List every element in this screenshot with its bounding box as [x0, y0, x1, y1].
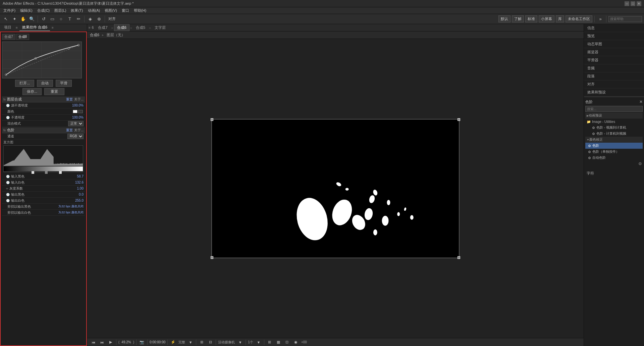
vbb-guide[interactable]: ▦ — [275, 339, 282, 345]
menu-help[interactable]: 帮助(H) — [132, 7, 148, 14]
curves-save-btn[interactable]: 保存... — [22, 88, 42, 95]
channel-select[interactable]: RGB — [67, 134, 84, 139]
crp-folder-image-utilities[interactable]: 📁 Image - Utilities — [585, 119, 643, 125]
crp-item-video-to-computer[interactable]: ⚙ 色阶 - 视频到计算机 — [585, 125, 643, 131]
curves-graph[interactable] — [2, 42, 82, 78]
prop-gamma-value[interactable]: 1.00 — [77, 187, 84, 190]
tool-ellipse[interactable]: ○ — [57, 15, 65, 23]
workspace-unnamed[interactable]: 未命名工作区 — [566, 15, 592, 22]
curves-smooth-btn[interactable]: 平滑 — [56, 80, 72, 87]
vbb-3d-view[interactable]: ◉ — [292, 339, 299, 345]
crp-item-computer-to-video[interactable]: ⚙ 色阶 - 计算机到视频 — [585, 131, 643, 137]
rp-wiggler[interactable]: 摇篮器 — [584, 48, 644, 56]
menu-layer[interactable]: 图层(L) — [52, 7, 68, 14]
color-swatch-dark[interactable] — [78, 110, 83, 113]
toolbar-expand[interactable]: » — [597, 15, 604, 23]
vbb-view-arrow[interactable]: ▼ — [255, 339, 262, 345]
workspace-small[interactable]: 小屏幕 — [539, 15, 554, 22]
vbb-comp-toggle[interactable]: ⊞ — [198, 339, 205, 345]
tool-hand[interactable]: ✋ — [19, 15, 27, 23]
tool-pen[interactable]: ✦ — [11, 15, 18, 23]
vbb-quality-arrow[interactable]: ▼ — [187, 339, 194, 345]
color-swatch-white[interactable] — [73, 110, 77, 113]
vbb-camera-arrow[interactable]: ▼ — [237, 339, 244, 345]
vbb-play-prev[interactable]: ⏮ — [90, 339, 97, 345]
rp-preview[interactable]: 预览 — [584, 32, 644, 40]
vbb-grid[interactable]: ⊞ — [266, 339, 273, 345]
vbb-ram-preview[interactable]: ⚡ — [170, 339, 176, 345]
tab-project[interactable]: 项目 — [1, 24, 14, 31]
effect-levels-link[interactable]: 重置 — [66, 128, 73, 133]
crp-close-btn[interactable]: ✕ — [639, 99, 643, 104]
clock-icon-7[interactable]: 🕐 — [6, 181, 10, 184]
tool-zoom[interactable]: 🔍 — [28, 15, 36, 23]
rp-paragraph[interactable]: 段落 — [584, 72, 644, 80]
tool-rect[interactable]: ▭ — [49, 15, 56, 23]
vbb-snapshot[interactable]: 📷 — [139, 339, 145, 345]
blend-mode-select[interactable]: 正常 — [68, 121, 84, 126]
clock-icon-10[interactable]: 🕐 — [6, 199, 10, 202]
prop-opacity-value[interactable]: 100.0% — [72, 116, 84, 119]
menu-edit[interactable]: 编辑(E) — [18, 7, 35, 14]
prop-clip-white-value[interactable]: 为32 bpc 颜色关闭 — [58, 210, 84, 215]
curves-reset-btn[interactable]: 重置 — [44, 88, 64, 95]
comp-nav-tab-5[interactable]: 合成5 — [133, 24, 148, 31]
prop-output-black-value[interactable]: 0.0 — [79, 193, 84, 196]
tool-pen2[interactable]: ✏ — [75, 15, 82, 23]
comp-nav-tab-6[interactable]: 合成6 — [114, 24, 129, 31]
crp-settings-icon[interactable]: ⚙ — [638, 161, 642, 166]
effect-layer-blend-header[interactable]: fx 图层合成 重置 关于... — [2, 96, 85, 102]
prop-output-white-value[interactable]: 255.0 — [75, 199, 84, 202]
clock-icon-1[interactable]: 🕐 — [6, 104, 10, 107]
tool-select[interactable]: ↖ — [2, 15, 9, 23]
workspace-lib[interactable]: 库 — [556, 15, 564, 22]
comp-nav-tab-text[interactable]: 文字层 — [152, 24, 169, 31]
crp-item-levels[interactable]: ⚙ 色阶 — [585, 143, 643, 149]
prop-input-white-value[interactable]: 132.6 — [75, 181, 84, 184]
crp-item-levels-individual[interactable]: ⚙ 色阶（单独按件） — [585, 149, 643, 155]
histogram-white-handle[interactable] — [59, 171, 62, 174]
menu-effect[interactable]: 效果(T) — [69, 7, 85, 14]
comp-nav-tab-7[interactable]: 合成7 — [95, 24, 110, 31]
close-button[interactable]: ✕ — [637, 1, 641, 6]
effect-levels-header[interactable]: fx 色阶 重置 关于... — [2, 127, 85, 133]
vbb-safe-margins[interactable]: ⊡ — [284, 339, 290, 345]
vbb-play-next[interactable]: ⏭ — [99, 339, 105, 345]
clock-icon-8[interactable]: ∞ — [6, 187, 8, 190]
clock-icon-9[interactable]: 🕐 — [6, 193, 10, 196]
menu-comp[interactable]: 合成(C) — [35, 7, 52, 14]
crp-color-correct-header[interactable]: ▼ 颜色校正 — [585, 137, 643, 143]
rp-motion-sketch[interactable]: 动态草图 — [584, 40, 644, 48]
workspace-learn[interactable]: 了解 — [512, 15, 524, 22]
tab-effect-controls[interactable]: 效果控件 合成6 — [19, 24, 50, 31]
minimize-button[interactable]: ─ — [625, 1, 629, 6]
rp-audio[interactable]: 音频 — [584, 64, 644, 72]
effect-levels-close[interactable]: 关于... — [74, 128, 84, 133]
crp-search-input[interactable] — [585, 106, 643, 112]
curves-open-btn[interactable]: 打开... — [15, 80, 34, 87]
rp-effects-presets[interactable]: 效果和预设 — [584, 88, 644, 96]
menu-view[interactable]: 视图(V) — [103, 7, 119, 14]
menu-window[interactable]: 窗口 — [120, 7, 131, 14]
tool-puppet[interactable]: ⊕ — [95, 15, 103, 23]
crp-anim-presets-header[interactable]: ▶ 动画预设 — [585, 113, 643, 119]
vbb-mask-toggle[interactable]: ⊟ — [207, 339, 214, 345]
menu-anim[interactable]: 动画(A) — [86, 7, 102, 14]
tool-roto[interactable]: ◈ — [87, 15, 94, 23]
tool-text[interactable]: T — [66, 15, 73, 23]
curves-auto-btn[interactable]: 自动 — [37, 80, 53, 87]
prop-src-opacity-value[interactable]: 100.0% — [72, 103, 84, 107]
clock-icon-3[interactable]: 🕐 — [6, 116, 10, 119]
crp-item-auto-levels[interactable]: ⚙ 自动色阶 — [585, 155, 643, 161]
rp-align[interactable]: 对齐 — [584, 80, 644, 88]
prop-input-black-value[interactable]: 58.7 — [77, 175, 84, 178]
clock-icon-6[interactable]: 🕐 — [6, 175, 10, 178]
effect-layer-blend-link[interactable]: 重置 — [66, 97, 73, 102]
maximize-button[interactable]: □ — [631, 1, 635, 6]
histogram-mid-handle[interactable] — [45, 171, 48, 174]
rp-info[interactable]: 信息 — [584, 24, 644, 32]
prop-clip-black-value[interactable]: 为32 bpc 颜色关闭 — [58, 204, 84, 209]
search-help-input[interactable] — [608, 16, 642, 22]
workspace-standard[interactable]: 标准 — [525, 15, 537, 22]
comp-sub-tab-7[interactable]: 合成7 — [2, 34, 15, 40]
